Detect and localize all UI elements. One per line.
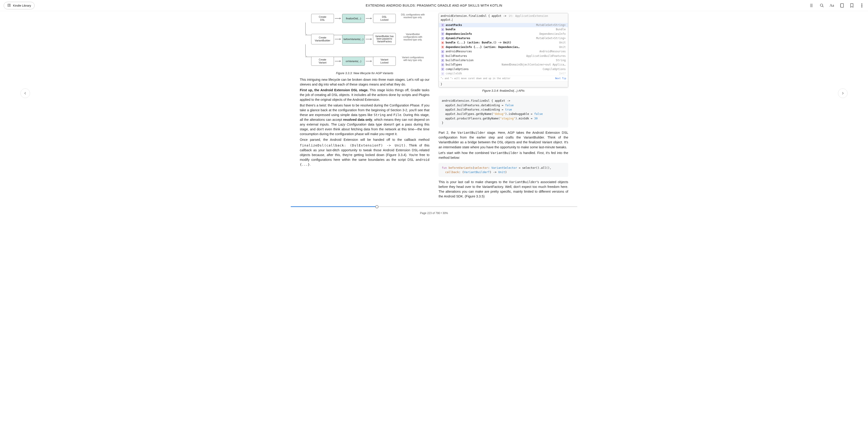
app-header: Kindle Library EXTENDING ANDROID BUILDS:… (0, 0, 868, 11)
ide-completion-item[interactable]: vbuildTypesNamedDomainObjectContainer<ou… (439, 63, 568, 67)
arrow-icon (335, 61, 341, 61)
notebook-icon[interactable] (839, 3, 844, 8)
font-size-icon[interactable]: Aa (829, 3, 834, 8)
body-text: Once parsed, the Android Extension will … (300, 137, 429, 142)
kindle-library-button[interactable]: Kindle Library (4, 2, 35, 9)
ide-code-line: androidExtension.finalizeDsl { appExt ->… (439, 13, 568, 23)
ide-autocomplete-popup: androidExtension.finalizeDsl { appExt ->… (439, 13, 568, 87)
diagram-connector (305, 44, 396, 57)
ide-completion-item[interactable]: vbundleBundle (439, 27, 568, 32)
diagram-box-finalizedsl: finalizeDsl(...) (342, 14, 365, 23)
diagram-connector (305, 35, 310, 35)
arrow-icon (366, 39, 372, 39)
ide-code-line: } (439, 81, 568, 87)
body-text: Part 2, the VariantBuilder stage. Here, … (439, 130, 568, 150)
arrow-icon (366, 18, 372, 19)
more-icon[interactable] (859, 3, 864, 8)
svg-point-2 (862, 4, 862, 4)
ide-completion-item[interactable]: vcompileOptionsCompileOptions (439, 67, 568, 71)
body-text: This is your last call to make changes t… (439, 180, 568, 199)
arrow-icon (335, 18, 341, 19)
book-title: EXTENDING ANDROID BUILDS: PRAGMATIC GRAD… (366, 4, 502, 7)
variable-icon: v (441, 32, 444, 35)
ide-hint-text: ^↓ and ^↑ will move caret down and up in… (441, 77, 510, 80)
header-toolbar: Aa (809, 3, 864, 8)
page-indicator: Page 223 of 790 • 30% (0, 212, 868, 215)
diagram-connector (305, 57, 310, 57)
diagram-box-variant-locked: Variant Locked (373, 57, 396, 66)
figure-caption: Figure 3.3.4: finalizeDsl(...) APIs (439, 89, 568, 93)
book-icon (7, 3, 11, 8)
ide-next-tip-link[interactable]: Next Tip (555, 77, 566, 80)
ide-completion-item[interactable]: vassetPacksMutableSet<String> (439, 23, 568, 27)
lifecycle-diagram: Create DSL finalizeDsl(...) DSL Locked D… (302, 13, 429, 70)
variable-icon: v (441, 54, 444, 58)
code-block: androidExtension.finalizeDsl { appExt ->… (439, 96, 568, 128)
text-cursor-icon (452, 19, 453, 21)
svg-point-0 (820, 4, 823, 6)
bookmark-icon[interactable] (849, 3, 854, 8)
diagram-box-create-variant: Create Variant (311, 57, 334, 66)
ide-completion-item[interactable]: vdynamicFeaturesMutableSet<String> (439, 36, 568, 40)
diagram-note: DSL configurations with resolved type on… (400, 13, 425, 19)
progress-thumb[interactable] (375, 205, 378, 208)
progress-fill (291, 206, 377, 207)
variable-icon: v (441, 37, 444, 40)
svg-point-3 (862, 5, 862, 6)
variable-icon: v (441, 59, 444, 62)
ide-completion-item[interactable]: vdependenciesInfoDependenciesInfo (439, 32, 568, 36)
diagram-box-beforevariants: beforeVariants(...) (342, 35, 365, 44)
toc-icon[interactable] (809, 3, 814, 8)
diagram-box-create-vb: Create VariantBuilder (311, 34, 334, 44)
method-icon: m (441, 41, 444, 44)
ide-completion-list: vassetPacksMutableSet<String>vbundleBund… (439, 23, 568, 76)
diagram-box-create-dsl: Create DSL (311, 14, 334, 23)
variable-icon: v (441, 67, 444, 71)
page-right: androidExtension.finalizeDsl { appExt ->… (439, 13, 568, 200)
body-text: First up, the Android Extension DSL stag… (300, 88, 429, 102)
svg-rect-1 (841, 4, 844, 7)
ide-completion-item[interactable]: vandroidResourcesAndroidResources (439, 49, 568, 54)
variable-icon: v (441, 50, 444, 53)
page-left: Create DSL finalizeDsl(...) DSL Locked D… (300, 13, 429, 200)
reader-viewport: Create DSL finalizeDsl(...) DSL Locked D… (0, 11, 868, 200)
progress-slider[interactable] (291, 205, 577, 208)
variable-icon: v (441, 24, 444, 27)
ide-completion-item[interactable]: vbuildToolsVersionString (439, 58, 568, 63)
variable-icon: v (441, 28, 444, 31)
arrow-icon (366, 61, 372, 61)
method-icon: m (441, 45, 444, 49)
ide-completion-item[interactable]: vbuildFeaturesApplicationBuildFeatures (439, 54, 568, 58)
code-block: fun beforeVariants(selector: VariantSele… (439, 163, 568, 177)
diagram-box-dsl-locked: DSL Locked (373, 14, 396, 23)
next-page-button[interactable] (838, 89, 847, 98)
ide-completion-item[interactable]: mdependenciesInfo {...} (action: Depende… (439, 45, 568, 49)
arrow-icon (335, 39, 341, 39)
diagram-note: VariantBuilder configurations with resol… (400, 33, 425, 41)
ide-completion-item[interactable]: vcompileSdkInt? (439, 71, 568, 76)
body-text: But there's a twist: the values have to … (300, 103, 429, 136)
body-text: Let's start with how the combined Varian… (439, 151, 568, 160)
body-text: finalizeDsl(callback: (DslExtensionT) ->… (300, 143, 429, 167)
kindle-library-label: Kindle Library (13, 4, 31, 7)
diagram-note: Variant configurations with lazy type on… (400, 56, 425, 62)
figure-caption: Figure 3.3.3: New lifecycle for AGP Vari… (300, 71, 429, 75)
diagram-box-vb-passed: VariantBuilder has been passed to Varian… (373, 33, 396, 45)
diagram-box-onvariants: onVariants(...) (342, 57, 365, 66)
variable-icon: v (441, 63, 444, 66)
svg-point-4 (862, 7, 862, 7)
ide-type-hint: it: ApplicationExtension (508, 14, 548, 18)
prev-page-button[interactable] (21, 89, 30, 98)
search-icon[interactable] (819, 3, 824, 8)
ide-popup-footer: ^↓ and ^↑ will move caret down and up in… (439, 76, 568, 81)
body-text: This intriguing new lifecycle can be bro… (300, 78, 429, 87)
ide-completion-item[interactable]: mbundle {...} (action: Bundle.() -> Unit… (439, 40, 568, 45)
variable-icon: v (441, 72, 444, 75)
